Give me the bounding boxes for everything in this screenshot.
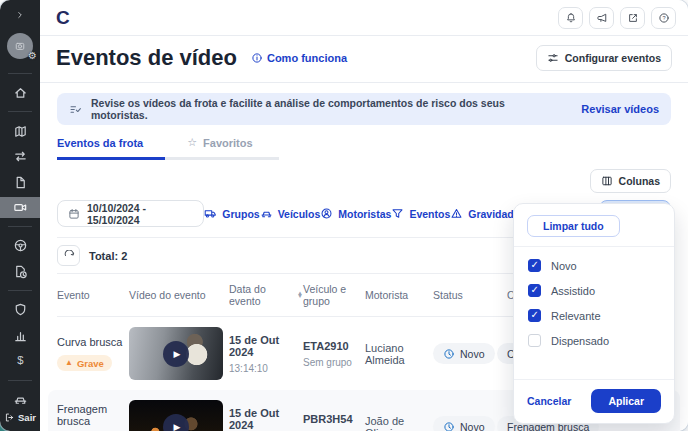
how-it-works-link[interactable]: Como funciona [251, 52, 347, 64]
review-videos-link[interactable]: Revisar vídeos [581, 103, 659, 115]
status-pill[interactable]: Novo [433, 416, 495, 431]
status-pill[interactable]: Novo [433, 343, 495, 364]
truck-icon [204, 207, 217, 220]
sidebar-item-history[interactable] [0, 261, 40, 282]
sidebar-item-routes[interactable] [0, 146, 40, 167]
filter-drivers-button[interactable]: Motoristas [320, 207, 391, 220]
sidebar-expand-button[interactable] [15, 8, 25, 23]
filter-groups-button[interactable]: Grupos [204, 207, 259, 220]
sidebar-divider [8, 380, 32, 381]
video-thumbnail[interactable]: ▶ [129, 400, 223, 431]
sidebar-item-video-events[interactable] [0, 197, 40, 218]
date-range-picker[interactable]: 10/10/2024 - 15/10/2024 [57, 200, 204, 227]
person-circle-icon [320, 207, 333, 220]
company-logo: C [56, 7, 69, 29]
announcements-button[interactable] [589, 7, 614, 29]
file-clock-icon [13, 264, 28, 279]
option-relevante[interactable]: Relevante [514, 303, 674, 328]
event-time: 13:14:10 [229, 363, 303, 374]
option-novo[interactable]: Novo [514, 253, 674, 278]
topbar-actions: ? [558, 7, 676, 29]
refresh-icon [63, 250, 75, 262]
sidebar-divider [8, 111, 32, 112]
event-name: Frenagem brusca [57, 403, 129, 427]
apply-button[interactable]: Aplicar [591, 389, 661, 413]
app-window: ⚙ $ Sair [0, 0, 688, 431]
status-cell: Novo [433, 343, 495, 364]
checkbox[interactable] [528, 334, 541, 347]
sidebar-item-security[interactable] [0, 299, 40, 320]
car-icon [13, 392, 28, 407]
funnel-icon [391, 207, 404, 220]
checkbox[interactable] [528, 309, 541, 322]
sidebar-item-billing[interactable]: $ [0, 350, 40, 371]
option-dispensado[interactable]: Dispensado [514, 328, 674, 353]
video-thumbnail[interactable]: ▶ [129, 327, 223, 380]
configure-events-button[interactable]: Configurar eventos [536, 45, 672, 71]
event-name: Curva brusca [57, 336, 129, 348]
status-cell: Novo [433, 416, 495, 431]
page-title: Eventos de vídeo [56, 45, 237, 71]
checkbox[interactable] [528, 284, 541, 297]
sidebar-item-reports[interactable] [0, 325, 40, 346]
refresh-button[interactable] [57, 245, 80, 266]
table-toolbar: Colunas [57, 169, 671, 193]
dropdown-footer: Cancelar Aplicar [514, 379, 674, 415]
date-cell: 15 de Out 2024 12:10:05 [229, 407, 303, 431]
logout-button[interactable]: Sair [4, 412, 36, 425]
column-header-event: Evento [57, 289, 129, 301]
open-external-button[interactable] [620, 7, 645, 29]
svg-text:$: $ [17, 355, 24, 367]
column-header-driver: Motorista [365, 289, 433, 301]
column-header-date[interactable]: Data do evento ▲▼ [229, 283, 303, 307]
option-assistido[interactable]: Assistido [514, 278, 674, 303]
dollar-icon: $ [13, 353, 28, 368]
event-cell: Curva brusca ▲Grave [57, 336, 129, 371]
car-icon [260, 207, 273, 220]
checkbox[interactable] [528, 259, 541, 272]
date-cell: 15 de Out 2024 13:14:10 [229, 334, 303, 374]
filter-events-button[interactable]: Eventos [391, 207, 450, 220]
filter-severity-button[interactable]: Gravidade [450, 207, 519, 220]
column-header-status: Status [433, 289, 495, 301]
sidebar-item-driver[interactable] [0, 235, 40, 256]
event-date: 15 de Out 2024 [229, 407, 303, 431]
topbar: C ? [40, 0, 688, 36]
sliders-icon [547, 52, 559, 64]
play-icon[interactable]: ▶ [163, 341, 189, 367]
clear-all-button[interactable]: Limpar tudo [527, 215, 620, 237]
info-banner: Revise os vídeos da frota e facilite a a… [57, 93, 671, 125]
megaphone-icon [596, 12, 608, 24]
gear-badge-icon: ⚙ [28, 50, 37, 61]
notifications-button[interactable] [558, 7, 583, 29]
event-cell: Frenagem brusca ▲Grave [57, 403, 129, 431]
sidebar-item-home[interactable] [0, 82, 40, 103]
bell-icon [565, 12, 577, 24]
columns-button[interactable]: Colunas [590, 169, 671, 193]
help-button[interactable]: ? [651, 7, 676, 29]
event-date: 15 de Out 2024 [229, 334, 303, 358]
sidebar-item-vehicles[interactable] [0, 389, 40, 410]
main-area: C ? Eventos de vídeo Como funciona Confi… [40, 0, 688, 431]
sidebar-item-map[interactable] [0, 120, 40, 141]
video-camera-icon [13, 200, 28, 215]
play-icon[interactable]: ▶ [163, 414, 189, 431]
video-cell: ▶ [129, 400, 229, 431]
sidebar-divider [8, 73, 32, 74]
filter-vehicles-button[interactable]: Veículos [260, 207, 321, 220]
document-icon [13, 175, 28, 190]
status-clock-icon [443, 421, 455, 431]
columns-icon [601, 175, 613, 187]
cancel-button[interactable]: Cancelar [527, 395, 571, 407]
tab-favorites[interactable]: ☆ Favoritos [165, 136, 278, 160]
status-clock-icon [443, 348, 455, 360]
vehicle-cell: PBR3H54 Sem grupo [303, 413, 365, 431]
driver-name: João de Oliveira [365, 415, 433, 431]
account-avatar[interactable]: ⚙ [7, 33, 33, 59]
vehicle-group: Sem grupo [303, 357, 365, 368]
sidebar-item-documents[interactable] [0, 171, 40, 192]
external-link-icon [627, 12, 639, 24]
tab-fleet-events[interactable]: Eventos da frota [57, 136, 165, 160]
video-cell: ▶ [129, 327, 229, 380]
sidebar: ⚙ $ Sair [0, 0, 40, 431]
